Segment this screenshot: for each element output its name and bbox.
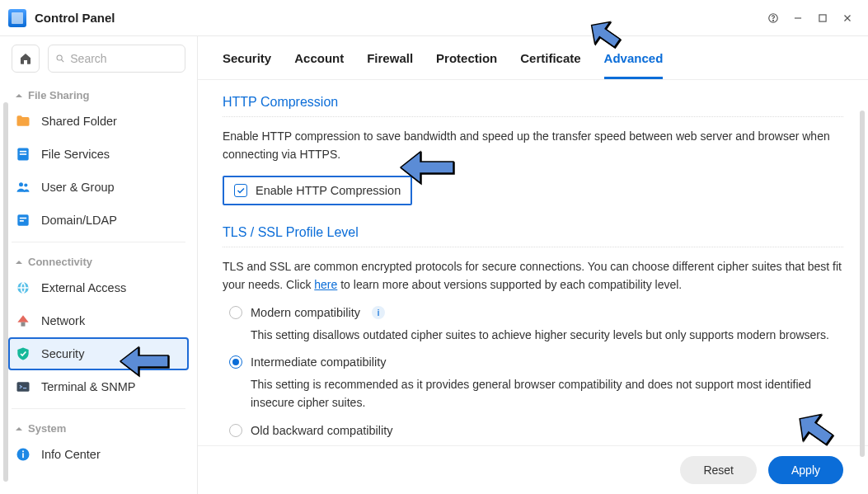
section-header-http-compression: HTTP Compression — [223, 95, 843, 117]
checkbox-enable-http-compression[interactable]: Enable HTTP Compression — [223, 176, 412, 205]
help-icon — [767, 12, 779, 24]
radio-label: Modern compatibility — [251, 306, 360, 319]
reset-button[interactable]: Reset — [680, 456, 757, 484]
home-icon — [19, 52, 32, 65]
info-icon[interactable]: i — [372, 306, 385, 319]
maximize-button[interactable] — [810, 6, 835, 31]
radio-old-compatibility[interactable]: Old backward compatibility — [229, 424, 843, 437]
chevron-up-icon — [15, 92, 23, 100]
shield-icon — [15, 346, 31, 362]
content-scroll: HTTP Compression Enable HTTP compression… — [198, 80, 868, 445]
sidebar-item-domain-ldap[interactable]: Domain/LDAP — [0, 204, 197, 237]
svg-rect-15 — [20, 220, 24, 222]
network-icon — [15, 313, 31, 329]
tab-security[interactable]: Security — [223, 51, 271, 79]
sidebar-item-label: Domain/LDAP — [41, 214, 117, 227]
chevron-up-icon — [15, 425, 23, 433]
checkbox-icon — [234, 184, 247, 197]
sidebar-item-label: User & Group — [41, 181, 115, 194]
chevron-up-icon — [15, 258, 23, 266]
help-button[interactable] — [761, 6, 786, 31]
info-icon — [15, 446, 31, 463]
sidebar-item-network[interactable]: Network — [0, 304, 197, 337]
section-desc-tls: TLS and SSL are common encrypted protoco… — [223, 257, 843, 294]
svg-point-11 — [19, 182, 23, 186]
radio-icon — [229, 306, 242, 319]
sidebar-item-label: Security — [41, 347, 84, 360]
svg-point-21 — [22, 450, 24, 452]
sidebar-group-label: Connectivity — [28, 256, 92, 268]
svg-point-12 — [24, 183, 27, 186]
footer: Reset Apply — [198, 445, 868, 494]
sidebar-group-connectivity[interactable]: Connectivity — [0, 247, 197, 271]
content-pane: Security Account Firewall Protection Cer… — [198, 36, 868, 494]
radio-desc-modern: This setting disallows outdated cipher s… — [251, 326, 843, 344]
folder-icon — [15, 113, 31, 129]
radio-label: Intermediate compatibility — [251, 355, 386, 369]
radio-intermediate-compatibility[interactable]: Intermediate compatibility — [229, 355, 843, 369]
sidebar-group-label: File Sharing — [28, 89, 89, 101]
globe-icon — [15, 280, 31, 296]
sidebar: File Sharing Shared Folder File Services… — [0, 36, 198, 494]
sidebar-item-label: File Services — [41, 148, 110, 161]
tab-protection[interactable]: Protection — [436, 51, 497, 79]
tab-advanced[interactable]: Advanced — [604, 51, 664, 79]
maximize-icon — [817, 12, 828, 24]
sidebar-item-label: Terminal & SNMP — [41, 380, 135, 393]
sidebar-item-external-access[interactable]: External Access — [0, 271, 197, 304]
sidebar-item-info-center[interactable]: Info Center — [0, 438, 197, 471]
svg-line-7 — [61, 59, 63, 62]
link-here[interactable]: here — [314, 278, 337, 291]
svg-rect-18 — [17, 382, 30, 392]
terminal-icon — [15, 379, 31, 395]
radio-icon — [229, 424, 242, 437]
apply-button[interactable]: Apply — [768, 456, 843, 484]
radio-modern-compatibility[interactable]: Modern compatibility i — [229, 306, 843, 319]
tabs: Security Account Firewall Protection Cer… — [198, 36, 868, 80]
svg-point-1 — [773, 20, 774, 21]
radio-icon — [229, 355, 242, 369]
app-icon — [8, 9, 26, 27]
sidebar-group-system[interactable]: System — [0, 414, 197, 438]
search-input[interactable] — [70, 52, 178, 65]
sidebar-item-label: Shared Folder — [41, 115, 117, 128]
sidebar-item-file-services[interactable]: File Services — [0, 138, 197, 171]
svg-rect-9 — [20, 151, 26, 153]
section-header-tls: TLS / SSL Profile Level — [223, 225, 843, 247]
sidebar-item-terminal-snmp[interactable]: Terminal & SNMP — [0, 370, 197, 403]
home-button[interactable] — [12, 45, 40, 73]
close-icon — [842, 12, 853, 24]
close-button[interactable] — [835, 6, 860, 31]
sidebar-item-user-group[interactable]: User & Group — [0, 171, 197, 204]
users-icon — [15, 179, 31, 195]
svg-rect-3 — [819, 14, 826, 21]
svg-rect-10 — [20, 153, 26, 155]
tab-account[interactable]: Account — [294, 51, 344, 79]
radio-desc-intermediate: This setting is recommended as it provid… — [251, 375, 843, 412]
minimize-icon — [792, 12, 804, 24]
search-field[interactable] — [48, 45, 185, 73]
file-services-icon — [15, 146, 31, 162]
window-title: Control Panel — [35, 11, 115, 25]
sidebar-item-shared-folder[interactable]: Shared Folder — [0, 105, 197, 138]
sidebar-item-label: Network — [41, 314, 85, 327]
svg-rect-20 — [22, 453, 24, 458]
minimize-button[interactable] — [786, 6, 810, 31]
svg-rect-17 — [21, 322, 26, 327]
tab-certificate[interactable]: Certificate — [520, 51, 580, 79]
titlebar: Control Panel — [0, 0, 868, 36]
sidebar-item-security[interactable]: Security — [8, 337, 189, 370]
sidebar-item-label: External Access — [41, 281, 126, 294]
section-desc-http-compression: Enable HTTP compression to save bandwidt… — [223, 127, 843, 164]
sidebar-group-file-sharing[interactable]: File Sharing — [0, 81, 197, 105]
sidebar-scrollbar[interactable] — [3, 102, 8, 482]
svg-point-6 — [57, 55, 62, 60]
domain-icon — [15, 212, 31, 228]
sidebar-item-label: Info Center — [41, 448, 101, 461]
checkbox-label: Enable HTTP Compression — [256, 184, 401, 197]
radio-label: Old backward compatibility — [251, 424, 392, 437]
sidebar-group-label: System — [28, 422, 66, 435]
tab-firewall[interactable]: Firewall — [367, 51, 413, 79]
search-icon — [55, 53, 65, 64]
svg-rect-14 — [20, 218, 26, 219]
